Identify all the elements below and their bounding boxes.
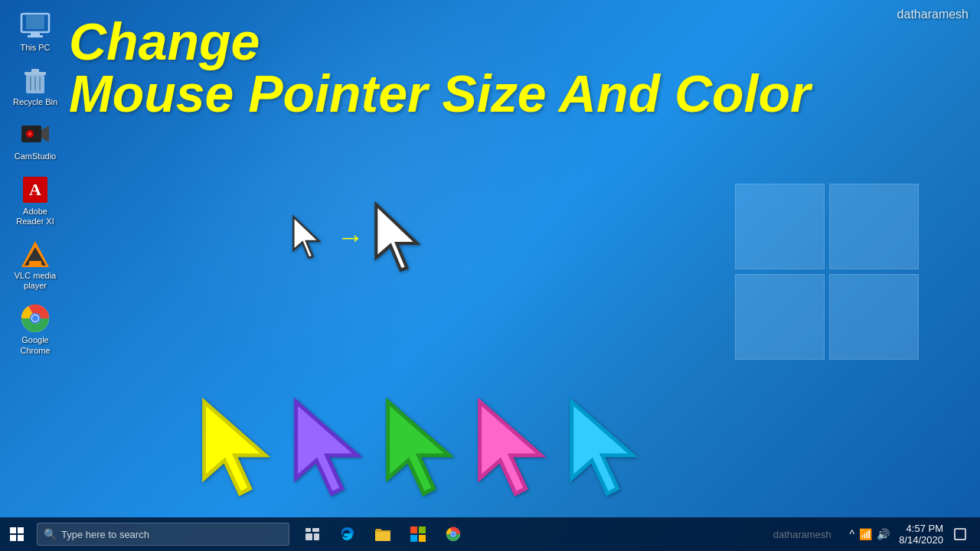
svg-rect-44 [419, 535, 426, 542]
chrome-taskbar-icon [446, 527, 461, 542]
desktop: This PC Recycle Bin [0, 0, 980, 551]
search-icon: 🔍 [44, 528, 57, 540]
desktop-icon-chrome[interactable]: Google Chrome [8, 300, 63, 358]
tray-network-icon[interactable]: 📶 [859, 528, 872, 540]
svg-rect-42 [419, 527, 426, 533]
desktop-icons: This PC Recycle Bin [8, 8, 63, 359]
svg-rect-37 [312, 528, 319, 532]
svg-rect-1 [26, 15, 44, 29]
store-icon [410, 527, 426, 542]
taskbar-edge-button[interactable] [331, 517, 364, 551]
clock[interactable]: 4:57 PM 8/14/2020 [899, 523, 943, 546]
this-pc-icon [20, 11, 51, 41]
taskbar-chrome-button[interactable] [436, 517, 470, 551]
svg-rect-35 [18, 535, 24, 541]
desktop-icon-this-pc[interactable]: This PC [8, 8, 63, 56]
desktop-icon-vlc[interactable]: VLC media player [8, 236, 63, 294]
svg-rect-38 [305, 533, 312, 540]
vlc-icon [20, 239, 51, 269]
tray-volume-icon[interactable]: 🔊 [877, 528, 890, 540]
svg-rect-34 [10, 535, 16, 541]
win-pane-4 [829, 274, 919, 360]
cursor-green-icon [383, 390, 459, 505]
win-pane-2 [829, 184, 919, 269]
svg-rect-2 [31, 32, 40, 35]
recycle-bin-icon [20, 65, 51, 96]
camstudio-icon [20, 119, 51, 150]
camstudio-label: CamStudio [15, 152, 56, 161]
svg-marker-29 [388, 402, 449, 494]
file-explorer-icon [375, 527, 390, 541]
title-line1: Change [69, 15, 965, 67]
notification-icon [954, 528, 966, 540]
svg-marker-27 [204, 402, 266, 494]
chrome-icon [20, 303, 51, 334]
svg-rect-49 [955, 529, 965, 540]
svg-marker-11 [41, 126, 49, 142]
start-button[interactable] [0, 517, 34, 551]
recycle-bin-label: Recycle Bin [13, 97, 57, 107]
taskbar-task-view-button[interactable] [296, 517, 329, 551]
svg-marker-30 [480, 402, 541, 494]
svg-rect-36 [305, 528, 311, 532]
chrome-label: Google Chrome [11, 335, 60, 355]
cursor-comparison: → [291, 199, 433, 276]
svg-rect-18 [29, 261, 41, 265]
taskbar-search-bar[interactable]: 🔍 Type here to search [37, 523, 289, 546]
title-line2: Mouse Pointer Size And Color [69, 67, 965, 119]
this-pc-label: This PC [20, 43, 50, 53]
tray-icons: ^ 📶 🔊 [850, 528, 890, 540]
cursor-yellow-icon [199, 390, 276, 505]
cursors-row [199, 390, 643, 505]
svg-marker-31 [572, 402, 633, 494]
search-placeholder-text: Type here to search [61, 529, 149, 540]
svg-rect-33 [18, 527, 24, 533]
win-pane-1 [735, 184, 825, 269]
cursor-purple-icon [291, 390, 368, 505]
cursor-pink-icon [475, 390, 551, 505]
svg-rect-43 [410, 535, 417, 542]
adobe-reader-icon: A [20, 174, 51, 205]
desktop-icon-adobe-reader[interactable]: A Adobe Reader XI [8, 171, 63, 230]
cursor-cyan-icon [567, 390, 643, 505]
svg-rect-39 [314, 533, 319, 540]
win-pane-3 [735, 274, 825, 360]
svg-point-48 [452, 533, 456, 536]
edge-icon [340, 527, 355, 542]
clock-date: 8/14/2020 [899, 534, 943, 546]
svg-rect-40 [375, 530, 390, 541]
adobe-reader-label: Adobe Reader XI [11, 207, 60, 227]
svg-rect-41 [410, 527, 417, 533]
system-tray: datharamesh ^ 📶 🔊 4:57 PM 8/14/2020 [758, 517, 980, 551]
svg-rect-3 [28, 35, 43, 37]
size-arrow-indicator: → [337, 221, 364, 253]
tray-chevron-icon[interactable]: ^ [850, 528, 855, 540]
svg-text:A: A [29, 180, 41, 199]
start-icon [10, 527, 24, 541]
vlc-label: VLC media player [11, 271, 60, 291]
windows-logo [735, 184, 919, 360]
svg-rect-32 [10, 527, 16, 533]
cursor-small-icon [291, 214, 329, 260]
taskbar: 🔍 Type here to search [0, 517, 980, 551]
taskbar-file-explorer-button[interactable] [366, 517, 400, 551]
svg-marker-28 [296, 402, 358, 494]
svg-rect-6 [31, 69, 39, 73]
watermark: datharamesh [897, 8, 969, 21]
clock-time: 4:57 PM [906, 523, 943, 534]
svg-marker-25 [293, 217, 318, 257]
desktop-icon-recycle-bin[interactable]: Recycle Bin [8, 62, 63, 110]
svg-rect-19 [28, 265, 43, 267]
notification-center-button[interactable] [946, 517, 974, 551]
desktop-icon-camstudio[interactable]: CamStudio [8, 116, 63, 165]
taskbar-store-button[interactable] [401, 517, 435, 551]
svg-point-24 [32, 315, 38, 321]
svg-point-13 [28, 132, 31, 135]
task-view-icon [305, 528, 319, 540]
cursor-large-icon [372, 199, 433, 276]
svg-marker-26 [376, 204, 416, 269]
taskbar-watermark: datharamesh [758, 529, 847, 540]
taskbar-pinned-icons [296, 517, 470, 551]
title-container: Change Mouse Pointer Size And Color [69, 15, 965, 119]
